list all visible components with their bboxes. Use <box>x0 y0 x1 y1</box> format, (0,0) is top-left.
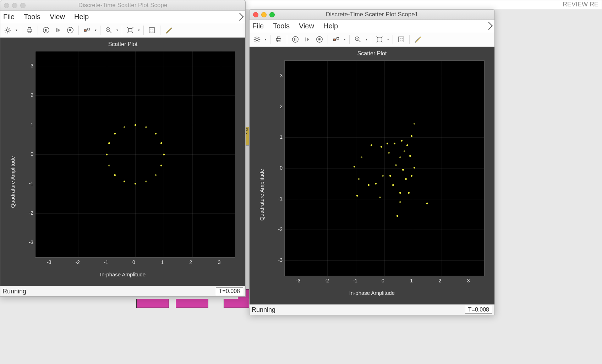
scatter-point <box>399 156 401 158</box>
menu-view[interactable]: View <box>299 22 314 30</box>
y-tick-label: 3 <box>23 63 33 68</box>
menu-help[interactable]: Help <box>323 22 338 30</box>
print-button[interactable] <box>273 34 284 45</box>
close-icon[interactable] <box>253 12 258 17</box>
undock-icon[interactable] <box>485 22 493 30</box>
x-tick-label: 2 <box>190 259 192 265</box>
settings-button[interactable] <box>252 34 262 45</box>
zoom-in-button[interactable] <box>352 34 363 45</box>
bg-pink-block-3 <box>176 299 208 308</box>
menu-tools[interactable]: Tools <box>24 13 40 21</box>
svg-point-28 <box>292 37 299 43</box>
scatter-point <box>401 140 403 142</box>
menu-help[interactable]: Help <box>74 13 89 21</box>
autoscale-dropdown[interactable]: ▾ <box>386 38 390 41</box>
zoom-dropdown[interactable]: ▾ <box>115 28 119 32</box>
svg-rect-35 <box>334 39 336 41</box>
minimize-icon[interactable] <box>12 3 17 8</box>
settings-dropdown[interactable]: ▾ <box>15 28 18 32</box>
highlight-button[interactable] <box>331 34 341 45</box>
window-title: Discrete-Time Scatter Plot Scope <box>0 2 245 9</box>
x-tick-label: -2 <box>75 259 80 265</box>
svg-point-44 <box>402 38 403 39</box>
step-button[interactable] <box>302 34 313 45</box>
autoscale-button[interactable] <box>125 25 136 35</box>
autoscale-dropdown[interactable]: ▾ <box>137 28 141 32</box>
settings-button[interactable] <box>2 25 13 35</box>
x-tick-label: 2 <box>439 278 442 283</box>
scatter-point <box>382 175 384 177</box>
highlight-block-icon <box>332 35 340 43</box>
plot-axes[interactable]: -3-2-10123-3-2-10123 <box>284 60 485 276</box>
menu-file[interactable]: File <box>252 22 264 30</box>
svg-rect-42 <box>399 37 404 42</box>
stop-icon <box>66 26 74 34</box>
scatter-point <box>114 133 116 134</box>
minimize-icon[interactable] <box>261 12 267 17</box>
pause-button[interactable] <box>41 25 51 35</box>
undock-icon[interactable] <box>236 13 244 21</box>
svg-point-20 <box>153 29 153 29</box>
y-tick-label: 2 <box>23 92 33 98</box>
stop-button[interactable] <box>65 25 76 35</box>
svg-marker-23 <box>166 28 172 34</box>
close-icon[interactable] <box>4 3 9 8</box>
menu-view[interactable]: View <box>50 13 65 21</box>
y-tick-label: -1 <box>273 196 283 202</box>
zoom-dropdown[interactable]: ▾ <box>365 38 368 41</box>
scatter-point <box>375 183 377 184</box>
highlight-button[interactable] <box>82 25 92 35</box>
gridline-y <box>285 168 484 169</box>
highlight-dropdown[interactable]: ▾ <box>94 28 97 32</box>
scatter-point <box>396 215 398 217</box>
svg-rect-26 <box>277 37 280 39</box>
status-text: Running <box>2 288 26 295</box>
constellation-ref-button[interactable] <box>396 34 406 45</box>
svg-rect-2 <box>28 28 31 29</box>
plot-area: Scatter Plot -3-2-10123-3-2-10123 Quadra… <box>250 47 494 304</box>
zoom-icon[interactable] <box>269 12 275 17</box>
svg-line-14 <box>110 31 111 33</box>
svg-rect-34 <box>318 38 321 40</box>
zoom-in-icon <box>105 26 113 34</box>
scatter-point <box>392 184 394 186</box>
gridline-y <box>285 199 484 199</box>
menu-tools[interactable]: Tools <box>273 22 290 30</box>
highlight-block-icon <box>83 26 91 34</box>
scatter-point <box>108 142 110 144</box>
titlebar[interactable]: Discrete-Time Scatter Plot Scope1 <box>250 10 494 20</box>
x-tick-label: -1 <box>353 278 357 283</box>
svg-point-45 <box>400 40 400 41</box>
step-button[interactable] <box>53 25 64 35</box>
pause-button[interactable] <box>290 34 301 45</box>
measure-button[interactable] <box>412 34 423 45</box>
zoom-icon[interactable] <box>20 3 26 8</box>
toolbar: ▾ ▾ ▾ ▾ <box>250 32 494 47</box>
svg-marker-47 <box>415 37 421 43</box>
constellation-ref-button[interactable] <box>147 25 157 35</box>
scatter-point <box>411 135 412 137</box>
status-text: Running <box>252 306 275 314</box>
zoom-in-button[interactable] <box>103 25 114 35</box>
menu-file[interactable]: File <box>3 13 15 21</box>
stop-button[interactable] <box>314 34 325 45</box>
plot-axes[interactable]: -3-2-10123-3-2-10123 <box>35 51 235 258</box>
settings-dropdown[interactable]: ▾ <box>264 38 267 41</box>
svg-rect-6 <box>46 29 47 31</box>
scatter-point <box>414 123 415 125</box>
scatter-point <box>379 197 381 198</box>
autoscale-icon <box>126 26 134 34</box>
zoom-in-icon <box>354 35 362 43</box>
print-button[interactable] <box>24 25 35 35</box>
svg-rect-12 <box>88 28 90 31</box>
titlebar[interactable]: Discrete-Time Scatter Plot Scope <box>0 0 245 11</box>
x-tick-label: -1 <box>104 259 108 265</box>
scatter-point <box>395 164 397 166</box>
autoscale-button[interactable] <box>374 34 385 45</box>
measure-button[interactable] <box>163 25 174 35</box>
pause-icon <box>42 26 50 34</box>
scatter-point <box>356 195 358 197</box>
bg-review-text: REVIEW RE <box>563 1 598 8</box>
highlight-dropdown[interactable]: ▾ <box>343 38 346 41</box>
x-tick-label: 0 <box>382 278 384 283</box>
